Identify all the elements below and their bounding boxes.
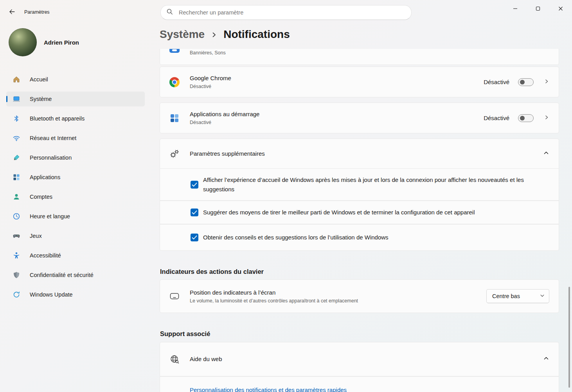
sidebar-item-comptes[interactable]: Comptes	[6, 189, 145, 204]
breadcrumb: Système Notifications	[160, 28, 290, 41]
web-help-body: Personnalisation des notifications et de…	[160, 376, 559, 392]
paintbrush-icon	[13, 154, 20, 162]
user-name: Adrien Piron	[44, 39, 79, 46]
user-avatar	[9, 28, 37, 56]
sidebar-item-label: Réseau et Internet	[30, 135, 76, 141]
expander-title: Paramètres supplémentaires	[190, 150, 265, 158]
checkbox-row-welcome-experience[interactable]: Afficher l’expérience d’accueil de Windo…	[160, 169, 559, 201]
back-button[interactable]	[6, 6, 18, 18]
sidebar-item-reseau[interactable]: Réseau et Internet	[6, 131, 145, 146]
sidebar-item-label: Applications	[30, 174, 60, 180]
search-icon	[166, 8, 173, 17]
check-icon	[192, 210, 197, 215]
chevron-right-icon	[544, 79, 549, 86]
notifications-master-row[interactable]: Bannières, Sons	[160, 49, 559, 65]
sidebar-item-label: Windows Update	[30, 291, 73, 298]
notifications-bell-icon	[169, 49, 180, 53]
row-subtitle: Désactivé	[190, 83, 231, 90]
row-subtitle: Bannières, Sons	[190, 50, 226, 56]
breadcrumb-parent[interactable]: Système	[160, 28, 205, 41]
app-title: Paramètres	[24, 9, 50, 15]
sidebar-item-label: Personnalisation	[30, 155, 72, 161]
maximize-button[interactable]	[527, 0, 549, 17]
screen-indicator-icon	[169, 291, 180, 301]
row-title: Position des indicateurs à l’écran	[190, 289, 358, 297]
checkbox-label: Suggérer des moyens de tirer le meilleur…	[203, 208, 475, 217]
chevron-right-icon	[544, 115, 549, 122]
chevron-up-icon	[543, 150, 549, 158]
wifi-icon	[13, 134, 20, 142]
user-account[interactable]: Adrien Piron	[9, 28, 79, 56]
settings-search	[160, 5, 412, 20]
sidebar-item-accueil[interactable]: Accueil	[6, 72, 145, 87]
accessibility-icon	[13, 252, 20, 259]
sidebar-item-accessibilite[interactable]: Accessibilité	[6, 248, 145, 263]
maximize-icon	[536, 6, 540, 11]
row-title: Applications au démarrage	[190, 110, 259, 118]
sidebar-item-jeux[interactable]: Jeux	[6, 228, 145, 243]
check-icon	[192, 182, 197, 187]
checkbox-label: Afficher l’expérience d’accueil de Windo…	[203, 175, 528, 194]
expander-title: Aide du web	[190, 355, 222, 363]
row-subtitle: Désactivé	[190, 119, 259, 126]
extra-settings-expander[interactable]: Paramètres supplémentaires	[160, 138, 559, 169]
sidebar-item-personnalisation[interactable]: Personnalisation	[6, 150, 145, 165]
startup-apps-icon	[169, 113, 180, 123]
support-link[interactable]: Personnalisation des notifications et de…	[190, 387, 347, 392]
sidebar-item-heure-langue[interactable]: Heure et langue	[6, 209, 145, 224]
checkbox-checked[interactable]	[191, 209, 198, 216]
sidebar-item-systeme[interactable]: Système	[6, 92, 145, 106]
sidebar-item-label: Heure et langue	[30, 213, 70, 219]
position-dropdown[interactable]: Centre bas	[486, 289, 549, 303]
checkbox-label: Obtenir des conseils et des suggestions …	[203, 233, 389, 242]
breadcrumb-chevron-icon	[211, 29, 217, 40]
sidebar-item-label: Jeux	[30, 233, 42, 239]
row-title: Google Chrome	[190, 74, 231, 82]
checkbox-row-suggestions-setup[interactable]: Suggérer des moyens de tirer le meilleur…	[160, 201, 559, 224]
toggle-state-label: Désactivé	[484, 79, 509, 85]
close-button[interactable]	[549, 0, 572, 17]
home-icon	[13, 76, 20, 83]
checkbox-checked[interactable]	[191, 234, 198, 241]
row-subtitle: Le volume, la luminosité et d’autres con…	[190, 298, 358, 304]
chevron-down-icon	[540, 293, 545, 300]
clock-icon	[13, 212, 20, 220]
system-icon	[13, 95, 20, 103]
sidebar-item-confidentialite[interactable]: Confidentialité et sécurité	[6, 268, 145, 282]
sidebar: Adrien Piron Accueil Système Bluetooth e…	[0, 23, 153, 392]
chrome-notifications-toggle[interactable]	[518, 78, 534, 86]
google-chrome-icon	[169, 77, 180, 87]
sidebar-item-bluetooth[interactable]: Bluetooth et appareils	[6, 111, 145, 126]
globe-search-icon	[169, 354, 180, 364]
sidebar-item-label: Comptes	[30, 194, 52, 200]
minimize-button[interactable]	[504, 0, 527, 17]
app-notification-row-startup[interactable]: Applications au démarrage Désactivé Désa…	[160, 102, 559, 133]
checkbox-row-tips[interactable]: Obtenir des conseils et des suggestions …	[160, 224, 559, 251]
checkbox-checked[interactable]	[191, 181, 198, 189]
toggle-state-label: Désactivé	[484, 115, 509, 121]
shield-icon	[13, 271, 20, 279]
dropdown-value: Centre bas	[492, 293, 520, 299]
bluetooth-icon	[13, 115, 20, 122]
scrollbar-thumb[interactable]	[568, 287, 570, 388]
sidebar-item-label: Accueil	[30, 76, 48, 83]
app-notification-row-chrome[interactable]: Google Chrome Désactivé Désactivé	[160, 67, 559, 97]
back-arrow-icon	[9, 8, 16, 16]
sidebar-item-label: Bluetooth et appareils	[30, 115, 85, 122]
sidebar-nav: Accueil Système Bluetooth et appareils R…	[6, 72, 145, 307]
settings-content: Bannières, Sons Google Chrome Désactivé …	[160, 49, 559, 392]
sidebar-item-label: Confidentialité et sécurité	[30, 272, 94, 278]
sidebar-item-windows-update[interactable]: Windows Update	[6, 287, 145, 302]
startup-notifications-toggle[interactable]	[518, 114, 534, 122]
web-help-expander[interactable]: Aide du web	[160, 342, 559, 376]
indicator-position-row: Position des indicateurs à l’écran Le vo…	[160, 279, 559, 313]
search-input[interactable]	[178, 9, 406, 16]
close-icon	[558, 6, 563, 11]
chevron-up-icon	[543, 355, 549, 363]
sidebar-item-label: Accessibilité	[30, 252, 61, 259]
person-icon	[13, 193, 20, 201]
check-icon	[192, 235, 197, 240]
apps-grid-icon	[13, 173, 20, 181]
section-heading-support: Support associé	[160, 329, 559, 338]
sidebar-item-applications[interactable]: Applications	[6, 170, 145, 185]
